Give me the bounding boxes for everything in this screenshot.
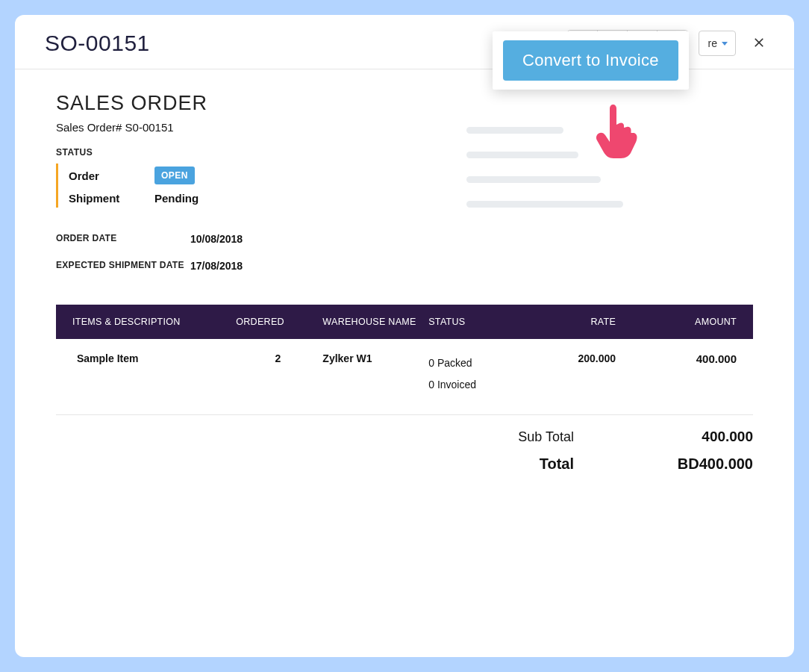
placeholder-line bbox=[466, 176, 601, 183]
status-shipment-row: Shipment Pending bbox=[69, 192, 753, 205]
cell-item: Sample Item bbox=[72, 352, 236, 364]
subtotal-value: 400.000 bbox=[626, 429, 753, 445]
page-title: SO-00151 bbox=[45, 31, 150, 56]
cell-rate: 200.000 bbox=[534, 352, 631, 364]
subtotal-row: Sub Total 400.000 bbox=[447, 429, 753, 445]
more-label: re bbox=[708, 37, 717, 49]
cell-warehouse: Zylker W1 bbox=[322, 352, 428, 364]
placeholder-line bbox=[466, 152, 578, 158]
close-button[interactable] bbox=[746, 31, 772, 56]
order-date-row: ORDER DATE 10/08/2018 bbox=[56, 233, 753, 245]
meta-block: ORDER DATE 10/08/2018 EXPECTED SHIPMENT … bbox=[56, 233, 753, 272]
ship-date-value: 17/08/2018 bbox=[190, 260, 243, 272]
status-block: Order OPEN Shipment Pending bbox=[56, 164, 753, 208]
cell-amount: 400.000 bbox=[631, 352, 737, 365]
ship-date-key: EXPECTED SHIPMENT DATE bbox=[56, 260, 190, 272]
close-icon bbox=[752, 36, 766, 52]
ship-date-row: EXPECTED SHIPMENT DATE 17/08/2018 bbox=[56, 260, 753, 272]
placeholder-line bbox=[466, 201, 623, 208]
order-date-value: 10/08/2018 bbox=[190, 233, 243, 245]
chevron-down-icon bbox=[722, 42, 728, 46]
th-amount: AMOUNT bbox=[631, 317, 737, 327]
th-ordered: ORDERED bbox=[236, 317, 322, 327]
total-label: Total bbox=[447, 455, 574, 473]
th-rate: RATE bbox=[534, 317, 631, 327]
placeholder-lines bbox=[466, 127, 623, 208]
more-dropdown[interactable]: re bbox=[699, 31, 736, 56]
th-item: ITEMS & DESCRIPTION bbox=[72, 317, 236, 327]
placeholder-line bbox=[466, 127, 563, 134]
convert-callout: Convert to Invoice bbox=[493, 31, 689, 90]
total-row: Total BD400.000 bbox=[447, 455, 753, 473]
subtotal-label: Sub Total bbox=[447, 429, 574, 445]
order-date-key: ORDER DATE bbox=[56, 233, 190, 245]
cell-status: 0 Packed 0 Invoiced bbox=[428, 352, 534, 396]
table-row: Sample Item 2 Zylker W1 0 Packed 0 Invoi… bbox=[56, 339, 753, 415]
doc-heading: SALES ORDER bbox=[56, 92, 753, 115]
table-header: ITEMS & DESCRIPTION ORDERED WAREHOUSE NA… bbox=[56, 305, 753, 339]
th-status: STATUS bbox=[428, 317, 534, 327]
status-shipment-key: Shipment bbox=[69, 192, 154, 205]
th-warehouse: WAREHOUSE NAME bbox=[322, 317, 428, 327]
items-table: ITEMS & DESCRIPTION ORDERED WAREHOUSE NA… bbox=[56, 305, 753, 415]
total-value: BD400.000 bbox=[626, 455, 753, 473]
convert-to-invoice-button[interactable]: Convert to Invoice bbox=[503, 40, 678, 81]
document-body: SALES ORDER Sales Order# S0-00151 STATUS… bbox=[15, 69, 794, 488]
status-order-key: Order bbox=[69, 169, 154, 182]
doc-subtitle: Sales Order# S0-00151 bbox=[56, 121, 753, 134]
status-badge: OPEN bbox=[154, 167, 195, 184]
status-heading: STATUS bbox=[56, 147, 753, 158]
totals: Sub Total 400.000 Total BD400.000 bbox=[56, 429, 753, 473]
status-order-row: Order OPEN bbox=[69, 167, 753, 184]
status-invoiced: 0 Invoiced bbox=[428, 374, 534, 396]
cell-ordered: 2 bbox=[236, 352, 322, 364]
status-shipment-value: Pending bbox=[154, 192, 199, 205]
status-packed: 0 Packed bbox=[428, 352, 534, 374]
sales-order-window: SO-00151 bbox=[15, 15, 794, 657]
